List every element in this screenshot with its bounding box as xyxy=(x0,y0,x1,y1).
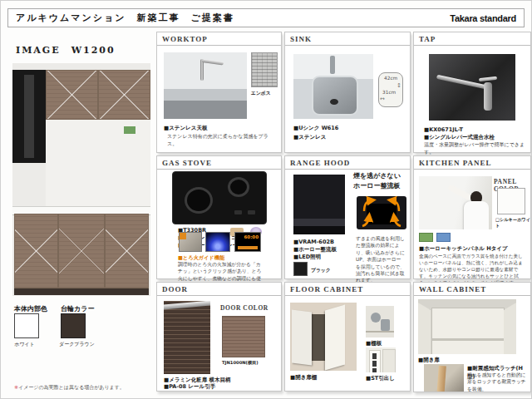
burner-large xyxy=(185,187,213,214)
pot-shape-1 xyxy=(371,313,381,323)
quality-badge xyxy=(436,233,451,242)
sink-tap-shape xyxy=(330,56,335,74)
kitchen-render-image: ホーローキッチンパネル xyxy=(12,63,150,296)
panel-gas-stove: GAS STOVE ■T330BR ■グリルレス2口ガスコンロ ■ホーロートップ… xyxy=(156,155,282,279)
panel-sink: SINK ↕ 42cm ↔ 31cm ■Uシンク W616 ■ステンレス xyxy=(284,32,411,153)
panel-swatch-label: □シルキーホワイト xyxy=(495,217,530,229)
person-body-shape xyxy=(464,201,489,229)
door-swatch-label: TJN1000N(横目) xyxy=(222,360,259,366)
person-arm-shape xyxy=(447,184,472,200)
base-cabinet-3 xyxy=(105,214,149,288)
panel-floor-cabinet: FLOOR CABINET ■開き扉棚 ■棚板 ■ST引出し xyxy=(284,282,411,392)
wall-cabinet-interior-shape xyxy=(431,308,505,354)
shelf-line xyxy=(366,331,394,332)
horizontal-arrow-icon: ↔ xyxy=(380,96,385,102)
slit-3 xyxy=(372,368,377,372)
door-color-title: DOOR COLOR xyxy=(220,304,268,312)
proposal-sheet: アルキウムマンション 新築工事 ご提案書 Takara standard IMA… xyxy=(0,0,532,399)
stove-thumb-timer: 60:00 xyxy=(234,232,261,252)
panel-range-hood-title: RANGE HOOD xyxy=(285,156,410,170)
latch-photo xyxy=(424,364,464,392)
base-cabinet-1 xyxy=(14,214,58,288)
sink-bullet-2: ■ステンレス xyxy=(293,133,326,141)
upper-cabinet-left xyxy=(46,70,98,120)
wall-cabinet-door-left-shape xyxy=(418,303,431,354)
hood-headline: 煙を逃がさない ホーロー整流板 xyxy=(353,171,401,191)
tap-desc: 温度・水量調整がレバー操作で簡単にできます。 xyxy=(424,141,525,155)
kitchen-panel-bullet: ■ホーローキッチンパネル Hタイプ xyxy=(419,244,508,253)
cabinet-door-left-shape xyxy=(292,310,312,366)
body-color-swatch xyxy=(14,313,39,338)
cabinet-door-right-shape xyxy=(325,305,345,371)
image-size-label: IMAGE W1200 xyxy=(16,44,116,57)
panel-door-title: DOOR xyxy=(157,283,281,296)
body-color-label: 本体内部色 xyxy=(14,304,47,313)
base-color-name: ダークブラウン xyxy=(59,341,95,348)
eco-badge xyxy=(419,233,433,242)
worktop-photo xyxy=(164,52,247,119)
note-text: イメージの為実際とは異なる場合があります。 xyxy=(18,384,125,390)
panel-kitchen-panel-title: KITCHEN PANEL xyxy=(414,156,530,170)
panel-wall-cabinet: WALL CABINET ■開き扉 ■耐震感知式ラッチ(H型) 揺れを感知すると… xyxy=(413,282,531,392)
floor-cabinet-label: ■開き扉棚 xyxy=(290,373,317,382)
wall-cabinet-shelf-line xyxy=(432,338,504,341)
panel-range-hood: RANGE HOOD 煙を逃がさない ホーロー整流板 ■VRAM-602B ■ホ… xyxy=(284,155,411,279)
slit-column-shape xyxy=(369,350,381,372)
sink-bowl-shape xyxy=(312,76,358,116)
vertical-arrow-icon: ↕ xyxy=(397,82,401,89)
burner-small xyxy=(228,177,249,197)
panel-tap: TAP ■KX0671JL-T ■シングルレバー式混合水栓 温度・水量調整がレバ… xyxy=(413,32,531,153)
tap-lever-shape xyxy=(479,76,497,81)
panel-kitchen-panel: KITCHEN PANEL PANEL COLOR □シルキーホワイト ■ホーロ… xyxy=(413,155,531,279)
panel-door: DOOR DOOR COLOR TJN1000N(横目) ■メラミン化粧扉 横木… xyxy=(156,282,282,392)
sink-dim-depth: 31cm xyxy=(382,90,396,95)
tap-body-shape xyxy=(484,82,492,111)
tap-spout-shape xyxy=(436,75,490,90)
hood-color-swatch xyxy=(293,262,308,276)
panel-color-swatch xyxy=(497,188,525,214)
disclaimer-note: ※イメージの為実際とは異なる場合があります。 xyxy=(14,384,125,392)
door-photo xyxy=(164,301,210,374)
sink-bullet-1: ■Uシンク W616 xyxy=(293,124,338,132)
tap-bullet-2: ■シングルレバー式混合水栓 xyxy=(424,133,495,141)
worktop-desc: ステンレス特有の光沢に柔らかな質感をプラス。 xyxy=(167,133,277,147)
upper-cabinet-right xyxy=(98,70,150,120)
panel-sink-title: SINK xyxy=(285,32,410,46)
timer-bar xyxy=(238,246,258,249)
gas-stove-photo xyxy=(172,171,267,224)
base-color-swatch xyxy=(61,313,86,338)
drawer-photo xyxy=(366,347,396,372)
panel-wall-cabinet-title: WALL CABINET xyxy=(414,283,530,296)
tap-photo xyxy=(429,54,515,121)
hood-desc: すきまの風速を利用した整流板の効果により、吸い込みがさらにUP。表面はホーローを… xyxy=(356,235,406,284)
panel-floor-cabinet-title: FLOOR CABINET xyxy=(285,283,410,296)
emboss-swatch-label: エンボス xyxy=(251,90,271,97)
page-title: アルキウムマンション 新築工事 ご提案書 xyxy=(16,12,234,24)
header: アルキウムマンション 新築工事 ご提案書 Takara standard xyxy=(7,8,525,27)
stove-thumb-flame xyxy=(205,232,230,252)
shelf-label: ■棚板 xyxy=(366,339,382,347)
shelf-photo xyxy=(366,306,394,337)
panel-worktop-title: WORKTOP xyxy=(157,32,281,46)
stove-thumb-parts xyxy=(179,232,202,252)
body-color-name: ホワイト xyxy=(14,341,35,348)
panel-tap-title: TAP xyxy=(414,32,530,46)
sink-photo xyxy=(293,54,373,119)
wood-corner-shape xyxy=(436,366,446,392)
floor-cabinet-photo xyxy=(290,303,357,371)
panel-gas-stove-title: GAS STOVE xyxy=(157,156,281,170)
tall-unit xyxy=(12,70,46,163)
timer-readout: 60:00 xyxy=(244,234,259,239)
panel-worktop: WORKTOP エンボス ■ステンレス天板 ステンレス特有の光沢に柔らかな質感を… xyxy=(156,32,282,153)
hood-swatch-label: ブラック xyxy=(311,267,331,274)
base-cabinet-2 xyxy=(58,214,105,288)
kitchen-panel-photo xyxy=(419,176,492,229)
brand-logo: Takara standard xyxy=(450,13,516,23)
slit-1 xyxy=(372,353,377,359)
drawer-label: ■ST引出し xyxy=(366,374,395,382)
door-rail-handle-shape xyxy=(164,301,210,309)
wall-cabinet-label: ■開き扉 xyxy=(418,356,440,364)
worktop-bullet: ■ステンレス天板 xyxy=(164,124,207,132)
door-color-swatch xyxy=(222,316,265,357)
wall-cabinet-door-right-shape xyxy=(504,303,516,354)
